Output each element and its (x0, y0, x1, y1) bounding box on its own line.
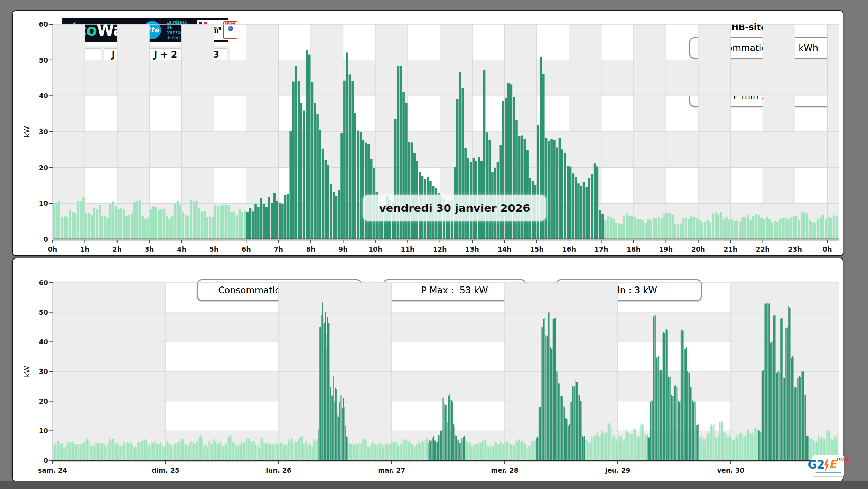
y-axis-tick-label: 40 (39, 338, 48, 346)
x-axis-tick-label: 22h (756, 245, 770, 253)
y-axis-tick-label: 10 (39, 199, 48, 207)
x-axis-tick-label: 8h (306, 245, 316, 253)
weekly-bar-chart[interactable] (53, 283, 839, 460)
x-axis-tick-label: 10h (368, 245, 382, 253)
y-axis-tick-label: 0 (44, 457, 48, 464)
x-axis-tick-label: 2h (112, 245, 122, 253)
x-axis-tick-label: 14h (497, 245, 511, 253)
y-axis-unit-label: kW (23, 366, 31, 377)
weekly-chart-panel: Consommation: 1 728 kWh P Max : 53 kW P … (12, 258, 843, 482)
y-axis-tick-label: 60 (39, 279, 48, 286)
y-axis-tick-label: 20 (39, 164, 48, 171)
y-axis-tick-label: 60 (39, 20, 48, 28)
x-axis-tick-label: 20h (691, 245, 705, 253)
x-axis-tick-label: 3h (145, 245, 154, 253)
x-axis-tick-label: 16h (562, 245, 576, 253)
daily-chart-panel: écoWatt Rte Le réseau de transport d'éle… (12, 10, 843, 256)
dashboard-screen: { "colors":{ "bar_light":"#9fe4bd","bar_… (0, 0, 868, 489)
y-axis-tick-label: 0 (44, 235, 48, 243)
x-axis-tick-label: 6h (242, 245, 251, 253)
x-axis-tick-label: 23h (788, 245, 802, 253)
x-axis-tick-label: 1h (80, 245, 90, 253)
y-axis-unit-label: kW (23, 126, 31, 138)
y-axis-tick-label: 10 (39, 427, 48, 434)
x-axis-tick-label: 15h (530, 245, 544, 253)
x-axis-tick-label: 13h (465, 245, 479, 253)
x-axis-tick-label: mar. 27 (378, 467, 405, 474)
g2e-logo-e: E (829, 459, 836, 470)
g2e-france-logo: G2 E FRANCE (812, 455, 844, 476)
window-bottom-edge (0, 481, 868, 489)
x-axis-tick-label: 11h (401, 245, 414, 253)
x-axis-tick-label: jeu. 29 (605, 467, 630, 474)
y-axis-tick-label: 40 (39, 92, 48, 100)
selected-date-label: vendredi 30 janvier 2026 (363, 195, 546, 221)
y-axis-tick-label: 50 (39, 56, 48, 64)
x-axis-tick-label: 0h (823, 245, 832, 253)
x-axis-tick-label: 12h (433, 245, 447, 253)
g2e-logo-france: FRANCE (837, 459, 849, 461)
x-axis-tick-label: 9h (338, 245, 348, 253)
x-axis-tick-label: lun. 26 (266, 467, 291, 474)
x-axis-tick-label: 4h (177, 245, 186, 253)
x-axis-tick-label: 7h (274, 245, 283, 253)
g2e-logo-tagline-line (815, 472, 841, 473)
x-axis-tick-label: ven. 30 (717, 467, 744, 474)
x-axis-tick-label: dim. 25 (152, 467, 179, 474)
x-axis-tick-label: 21h (724, 245, 737, 253)
x-axis-tick-label: sam. 24 (38, 467, 67, 474)
x-axis-tick-label: mer. 28 (491, 467, 519, 474)
lightning-bolt-icon (824, 459, 829, 472)
x-axis-tick-label: 5h (209, 245, 219, 253)
y-axis-tick-label: 30 (39, 128, 48, 135)
y-axis-tick-label: 20 (39, 397, 48, 405)
x-axis-tick-label: 19h (659, 245, 673, 253)
y-axis-tick-label: 30 (39, 368, 48, 375)
x-axis-tick-label: 0h (48, 245, 57, 253)
y-axis-tick-label: 50 (39, 309, 48, 316)
x-axis-tick-label: 17h (595, 245, 608, 253)
g2e-logo-g2: G2 (808, 459, 824, 470)
x-axis-tick-label: 18h (627, 245, 641, 253)
